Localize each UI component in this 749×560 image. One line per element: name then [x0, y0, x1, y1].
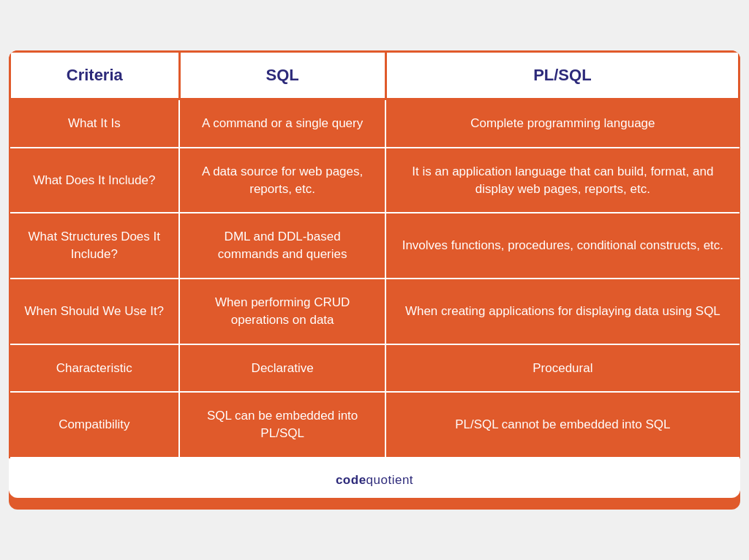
brand-normal: quotient: [366, 473, 414, 487]
table-row: What It IsA command or a single queryCom…: [10, 99, 739, 148]
cell-sql: SQL can be embedded into PL/SQL: [179, 392, 385, 458]
cell-plsql: Procedural: [385, 344, 739, 393]
cell-criteria: What Structures Does It Include?: [10, 213, 180, 279]
table-row: CompatibilitySQL can be embedded into PL…: [10, 392, 739, 458]
cell-sql: When performing CRUD operations on data: [179, 279, 385, 344]
cell-criteria: Characteristic: [10, 344, 180, 393]
cell-criteria: Compatibility: [10, 392, 180, 458]
cell-criteria: What Does It Include?: [10, 148, 180, 213]
cell-plsql: When creating applications for displayin…: [385, 279, 739, 344]
cell-plsql: Complete programming language: [385, 99, 739, 148]
cell-plsql: Involves functions, procedures, conditio…: [385, 213, 739, 279]
table-row: What Structures Does It Include?DML and …: [10, 213, 739, 279]
header-sql: SQL: [179, 52, 385, 99]
cell-sql: A data source for web pages, reports, et…: [179, 148, 385, 213]
header-plsql: PL/SQL: [385, 52, 739, 99]
cell-sql: A command or a single query: [179, 99, 385, 148]
table-row: What Does It Include?A data source for w…: [10, 148, 739, 213]
brand-bold: code: [336, 473, 366, 487]
table-row: When Should We Use It?When performing CR…: [10, 279, 739, 344]
header-criteria: Criteria: [10, 52, 180, 99]
footer: codequotient: [9, 458, 740, 498]
table-row: CharacteristicDeclarativeProcedural: [10, 344, 739, 393]
brand-label: codequotient: [9, 466, 740, 491]
comparison-container: Criteria SQL PL/SQL What It IsA command …: [9, 50, 740, 510]
cell-plsql: It is an application language that can b…: [385, 148, 739, 213]
cell-sql: Declarative: [179, 344, 385, 393]
cell-sql: DML and DDL-based commands and queries: [179, 213, 385, 279]
cell-criteria: When Should We Use It?: [10, 279, 180, 344]
cell-plsql: PL/SQL cannot be embedded into SQL: [385, 392, 739, 458]
cell-criteria: What It Is: [10, 99, 180, 148]
comparison-table: Criteria SQL PL/SQL What It IsA command …: [9, 50, 740, 458]
table-header-row: Criteria SQL PL/SQL: [10, 52, 739, 99]
